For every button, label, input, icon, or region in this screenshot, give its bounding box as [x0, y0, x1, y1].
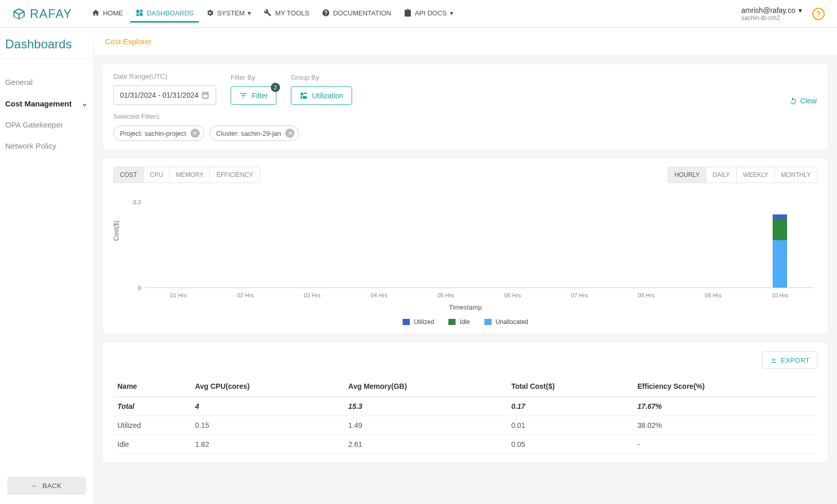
help-circle-icon — [322, 9, 330, 17]
interval-tab-daily[interactable]: DAILY — [706, 167, 737, 183]
clear-button[interactable]: Clear — [789, 97, 817, 105]
metric-tab-cost[interactable]: COST — [114, 167, 144, 183]
table-cell: 17.67% — [633, 397, 817, 416]
group-icon — [300, 92, 308, 100]
cost-table: NameAvg CPU(cores)Avg Memory(GB)Total Co… — [113, 376, 817, 454]
nav-items: HOME DASHBOARDS SYSTEM ▾ MY TOOLS DOCUME… — [86, 5, 459, 23]
chevron-down-icon: ⌄ — [81, 99, 88, 108]
bar-segment-utilized — [773, 214, 787, 219]
legend-item-unallocated[interactable]: Unallocated — [484, 318, 528, 326]
y-axis-label: Cost($) — [113, 221, 120, 241]
back-button[interactable]: ← BACK — [7, 477, 86, 495]
sidebar: Dashboards General Cost Management ⌄ OPA… — [0, 28, 94, 504]
sidebar-item-general[interactable]: General — [5, 71, 88, 93]
sidebar-title: Dashboards — [5, 37, 82, 51]
date-range-input[interactable]: 01/31/2024 - 01/31/2024 — [113, 85, 216, 105]
table-row: Idle1.822.610.05- — [113, 435, 817, 454]
tenant-label: sachin-tb-cm2 — [741, 14, 780, 22]
table-cell: 0.01 — [507, 416, 633, 435]
sidebar-item-cost-management[interactable]: Cost Management ⌄ — [5, 93, 88, 114]
dashboard-icon — [135, 9, 144, 17]
table-cell: 1.49 — [344, 416, 508, 435]
chip-remove-icon[interactable]: ✕ — [285, 129, 294, 138]
table-cell: - — [633, 435, 817, 454]
gear-icon — [206, 9, 214, 17]
home-icon — [92, 9, 100, 17]
wrench-icon — [264, 9, 272, 17]
caret-down-icon: ▾ — [450, 9, 454, 17]
column-header[interactable]: Name — [113, 376, 191, 397]
nav-system[interactable]: SYSTEM ▾ — [201, 5, 256, 23]
nav-documentation[interactable]: DOCUMENTATION — [317, 5, 396, 23]
interval-tab-hourly[interactable]: HOURLY — [668, 167, 706, 183]
table-cell: 1.82 — [191, 435, 344, 454]
brand-text: RAFAY — [30, 7, 72, 21]
column-header[interactable]: Avg CPU(cores) — [191, 376, 344, 397]
bar-stack[interactable] — [773, 214, 787, 287]
column-header[interactable]: Efficiency Score(%) — [633, 376, 817, 397]
table-card: EXPORT NameAvg CPU(cores)Avg Memory(GB)T… — [103, 343, 828, 462]
chart-card: COSTCPUMEMORYEFFICIENCY HOURLYDAILYWEEKL… — [103, 158, 828, 334]
filter-count-badge: 2 — [271, 83, 280, 92]
y-tick: 0 — [138, 285, 141, 291]
user-email: amrish@rafay.co — [741, 6, 795, 14]
date-range-label: Date Range(UTC) — [113, 73, 216, 80]
nav-apidocs[interactable]: API DOCS ▾ — [398, 5, 459, 23]
x-tick: 02 Hrs — [237, 292, 253, 298]
top-nav: RAFAY HOME DASHBOARDS SYSTEM ▾ MY TOOLS … — [0, 0, 837, 28]
brand-logo[interactable]: RAFAY — [12, 7, 72, 21]
x-tick: 06 Hrs — [504, 292, 521, 298]
x-tick: 10 Hrs — [772, 292, 788, 298]
table-cell: Total — [113, 397, 191, 416]
caret-down-icon: ▾ — [248, 9, 251, 17]
page-title: Cost Explorer — [105, 37, 826, 46]
table-cell: 0.15 — [191, 416, 344, 435]
legend-item-utilized[interactable]: Utilized — [403, 318, 434, 326]
export-button[interactable]: EXPORT — [762, 351, 817, 369]
x-tick: 01 Hrs — [170, 292, 187, 298]
legend-swatch — [403, 319, 410, 325]
table-cell: 0.17 — [507, 397, 633, 416]
legend-item-idle[interactable]: Idle — [448, 318, 469, 326]
nav-home[interactable]: HOME — [86, 5, 128, 23]
content-area: Cost Explorer Date Range(UTC) 01/31/2024… — [94, 28, 837, 504]
filter-by-label: Filter By — [231, 74, 276, 81]
interval-tabs: HOURLYDAILYWEEKLYMONTHLY — [668, 167, 817, 183]
filter-button[interactable]: Filter 2 — [231, 86, 276, 105]
sidebar-item-opa-gatekeeper[interactable]: OPA Gatekeeper — [5, 114, 88, 135]
table-cell: 0.05 — [507, 435, 633, 454]
metric-tabs: COSTCPUMEMORYEFFICIENCY — [113, 167, 260, 183]
metric-tab-efficiency[interactable]: EFFICIENCY — [210, 167, 259, 183]
column-header[interactable]: Total Cost($) — [507, 376, 633, 397]
sidebar-item-network-policy[interactable]: Network Policy — [5, 135, 88, 156]
cost-chart: Cost($) 00.2 01 Hrs02 Hrs03 Hrs04 Hrs05 … — [132, 193, 813, 301]
chart-legend: UtilizedIdleUnallocated — [113, 318, 817, 326]
interval-tab-monthly[interactable]: MONTHLY — [775, 167, 817, 183]
chip-remove-icon[interactable]: ✕ — [190, 129, 200, 138]
refresh-icon — [789, 97, 797, 105]
table-cell: Idle — [113, 435, 191, 454]
group-by-label: Group By — [291, 74, 352, 81]
table-cell: Utilized — [113, 416, 191, 435]
metric-tab-cpu[interactable]: CPU — [144, 167, 169, 183]
nav-dashboards[interactable]: DASHBOARDS — [130, 5, 199, 23]
table-cell: 38.02% — [633, 416, 817, 435]
nav-mytools[interactable]: MY TOOLS — [258, 5, 314, 23]
bar-segment-unallocated — [773, 240, 787, 287]
group-by-button[interactable]: Utilization — [291, 86, 352, 105]
clipboard-icon — [404, 9, 412, 17]
filter-chip: Cluster: sachin-29-jan✕ — [210, 125, 299, 141]
x-tick: 07 Hrs — [571, 292, 587, 298]
user-menu[interactable]: amrish@rafay.co ▾ sachin-tb-cm2 — [741, 6, 802, 22]
interval-tab-weekly[interactable]: WEEKLY — [737, 167, 775, 183]
metric-tab-memory[interactable]: MEMORY — [170, 167, 211, 183]
help-icon[interactable]: ? — [812, 8, 825, 20]
table-row: Utilized0.151.490.0138.02% — [113, 416, 817, 435]
table-row: Total415.30.1717.67% — [113, 397, 817, 416]
x-tick: 03 Hrs — [304, 292, 320, 298]
column-header[interactable]: Avg Memory(GB) — [344, 376, 508, 397]
filter-icon — [239, 92, 248, 100]
caret-down-icon: ▾ — [798, 6, 802, 14]
x-tick: 08 Hrs — [638, 292, 654, 298]
table-cell: 15.3 — [344, 397, 508, 416]
